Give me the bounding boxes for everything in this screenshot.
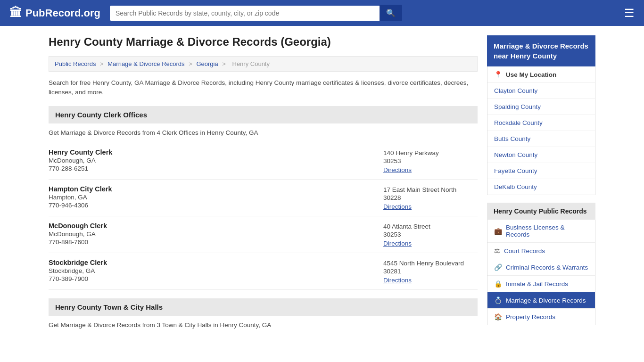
breadcrumb: Public Records > Marriage & Divorce Reco…: [49, 56, 478, 72]
search-icon: 🔍: [386, 9, 396, 17]
entry-location-mcdonough-clerk: McDonough, GA: [49, 230, 107, 238]
directions-link-stockbridge-clerk[interactable]: Directions: [383, 277, 412, 284]
record-entry-mcdonough-clerk: McDonough Clerk McDonough, GA 770-898-76…: [49, 216, 478, 253]
sidebar-item-dekalb[interactable]: DeKalb County: [487, 179, 595, 195]
sidebar-item-marriage-divorce[interactable]: 💍 Marriage & Divorce Records: [487, 292, 595, 309]
town-halls-desc: Get Marriage & Divorce Records from 3 To…: [49, 321, 478, 329]
entry-location-stockbridge-clerk: Stockbridge, GA: [49, 267, 107, 274]
spalding-county-label: Spalding County: [494, 103, 541, 110]
entry-phone-stockbridge-clerk: 770-389-7900: [49, 275, 107, 282]
entry-name-henry-clerk: Henry County Clerk: [49, 148, 112, 156]
record-left-hampton-clerk: Hampton City Clerk Hampton, GA 770-946-4…: [49, 185, 112, 210]
entry-name-mcdonough-clerk: McDonough Clerk: [49, 222, 107, 230]
sidebar-use-my-location[interactable]: 📍 Use My Location: [487, 66, 595, 83]
sidebar-item-criminal-records[interactable]: 🔗 Criminal Records & Warrants: [487, 259, 595, 276]
record-left-henry-clerk: Henry County Clerk McDonough, GA 770-288…: [49, 148, 112, 173]
rockdale-county-label: Rockdale County: [494, 119, 543, 126]
directions-link-hampton-clerk[interactable]: Directions: [383, 203, 412, 210]
property-icon: 🏠: [494, 313, 502, 321]
record-right-stockbridge-clerk: 4545 North Henry Boulevard 30281 Directi…: [383, 259, 478, 284]
logo-icon: 🏛: [9, 6, 22, 20]
entry-address-stockbridge-clerk: 4545 North Henry Boulevard: [383, 260, 478, 267]
content-area: Henry County Marriage & Divorce Records …: [49, 35, 478, 335]
breadcrumb-sep1: >: [100, 60, 105, 67]
entry-location-henry-clerk: McDonough, GA: [49, 157, 112, 164]
business-icon: 💼: [494, 227, 502, 235]
breadcrumb-georgia[interactable]: Georgia: [196, 60, 218, 67]
main-wrapper: Henry County Marriage & Divorce Records …: [39, 26, 605, 345]
record-right-mcdonough-clerk: 40 Atlanta Street 30253 Directions: [383, 222, 478, 247]
record-entry-hampton-clerk: Hampton City Clerk Hampton, GA 770-946-4…: [49, 180, 478, 216]
entry-zip-mcdonough-clerk: 30253: [383, 231, 478, 238]
sidebar-item-butts[interactable]: Butts County: [487, 131, 595, 147]
sidebar-item-clayton[interactable]: Clayton County: [487, 83, 595, 99]
record-left-mcdonough-clerk: McDonough Clerk McDonough, GA 770-898-76…: [49, 222, 107, 247]
site-header: 🏛 PubRecord.org 🔍 ☰: [0, 0, 644, 26]
search-bar: 🔍: [110, 5, 402, 21]
marriage-icon: 💍: [494, 296, 502, 304]
sidebar-public-records-list: 💼 Business Licenses & Records ⚖ Court Re…: [487, 220, 595, 325]
page-title: Henry County Marriage & Divorce Records …: [49, 35, 478, 49]
sidebar-item-rockdale[interactable]: Rockdale County: [487, 115, 595, 131]
property-label: Property Records: [506, 313, 555, 321]
business-label: Business Licenses & Records: [506, 224, 588, 238]
breadcrumb-henry-county: Henry County: [232, 60, 270, 67]
court-icon: ⚖: [494, 247, 500, 255]
search-button[interactable]: 🔍: [380, 5, 402, 21]
search-input[interactable]: [110, 6, 380, 21]
entry-zip-stockbridge-clerk: 30281: [383, 268, 478, 275]
logo-text: PubRecord.org: [25, 7, 100, 19]
entry-location-hampton-clerk: Hampton, GA: [49, 194, 112, 201]
entry-address-henry-clerk: 140 Henry Parkway: [383, 149, 478, 156]
record-right-hampton-clerk: 17 East Main Street North 30228 Directio…: [383, 185, 478, 210]
entry-phone-henry-clerk: 770-288-6251: [49, 165, 112, 172]
record-right-henry-clerk: 140 Henry Parkway 30253 Directions: [383, 148, 478, 173]
use-my-location-label: Use My Location: [506, 71, 556, 78]
location-icon: 📍: [494, 71, 502, 78]
site-logo[interactable]: 🏛 PubRecord.org: [9, 6, 100, 20]
record-entry-henry-clerk: Henry County Clerk McDonough, GA 770-288…: [49, 143, 478, 180]
record-left-stockbridge-clerk: Stockbridge Clerk Stockbridge, GA 770-38…: [49, 259, 107, 284]
breadcrumb-sep2: >: [189, 60, 194, 67]
sidebar-nearby-list: 📍 Use My Location Clayton County Spaldin…: [487, 66, 595, 195]
sidebar-item-spalding[interactable]: Spalding County: [487, 99, 595, 115]
directions-link-henry-clerk[interactable]: Directions: [383, 166, 412, 173]
entry-phone-mcdonough-clerk: 770-898-7600: [49, 239, 107, 246]
dekalb-county-label: DeKalb County: [494, 183, 537, 190]
breadcrumb-public-records[interactable]: Public Records: [55, 60, 96, 67]
newton-county-label: Newton County: [494, 151, 537, 158]
menu-icon[interactable]: ☰: [624, 7, 635, 20]
criminal-label: Criminal Records & Warrants: [506, 264, 588, 271]
jail-icon: 🔒: [494, 280, 502, 288]
entry-address-mcdonough-clerk: 40 Atlanta Street: [383, 223, 478, 230]
court-label: Court Records: [504, 247, 545, 255]
fayette-county-label: Fayette County: [494, 167, 537, 174]
sidebar-nearby-header: Marriage & Divorce Records near Henry Co…: [487, 35, 595, 66]
sidebar-item-newton[interactable]: Newton County: [487, 147, 595, 163]
sidebar-item-fayette[interactable]: Fayette County: [487, 163, 595, 179]
marriage-label: Marriage & Divorce Records: [506, 297, 586, 304]
entry-name-hampton-clerk: Hampton City Clerk: [49, 185, 112, 193]
sidebar-public-records-header: Henry County Public Records: [487, 203, 595, 220]
sidebar: Marriage & Divorce Records near Henry Co…: [487, 35, 595, 335]
sidebar-item-business-licenses[interactable]: 💼 Business Licenses & Records: [487, 220, 595, 243]
clerk-offices-desc: Get Marriage & Divorce Records from 4 Cl…: [49, 129, 478, 136]
intro-text: Search for free Henry County, GA Marriag…: [49, 78, 478, 98]
clerk-offices-header: Henry County Clerk Offices: [49, 106, 478, 123]
entry-zip-henry-clerk: 30253: [383, 157, 478, 165]
jail-label: Inmate & Jail Records: [506, 280, 568, 288]
town-halls-header: Henry County Town & City Halls: [49, 298, 478, 316]
entry-zip-hampton-clerk: 30228: [383, 194, 478, 201]
criminal-icon: 🔗: [494, 263, 502, 271]
sidebar-item-property-records[interactable]: 🏠 Property Records: [487, 309, 595, 325]
clayton-county-label: Clayton County: [494, 87, 537, 94]
breadcrumb-marriage-records[interactable]: Marriage & Divorce Records: [107, 60, 184, 67]
breadcrumb-sep3: >: [222, 60, 227, 67]
butts-county-label: Butts County: [494, 135, 530, 142]
entry-name-stockbridge-clerk: Stockbridge Clerk: [49, 259, 107, 266]
sidebar-item-inmate-jail[interactable]: 🔒 Inmate & Jail Records: [487, 276, 595, 292]
entry-address-hampton-clerk: 17 East Main Street North: [383, 186, 478, 193]
directions-link-mcdonough-clerk[interactable]: Directions: [383, 240, 412, 247]
sidebar-item-court-records[interactable]: ⚖ Court Records: [487, 243, 595, 259]
record-entry-stockbridge-clerk: Stockbridge Clerk Stockbridge, GA 770-38…: [49, 253, 478, 290]
